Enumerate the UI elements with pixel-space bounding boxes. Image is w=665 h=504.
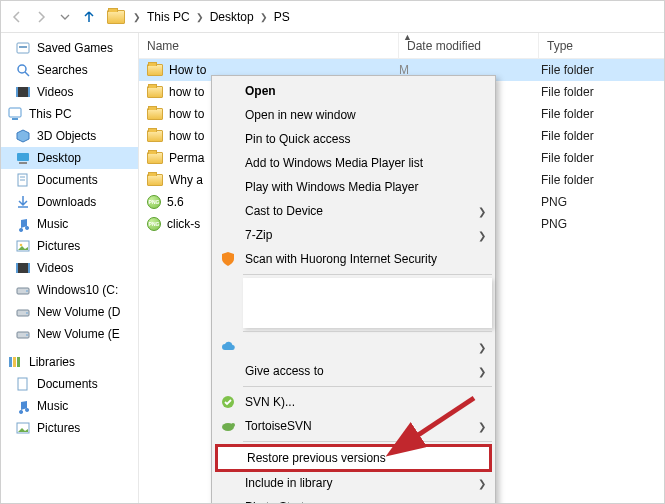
menu-item-add-wmp-list[interactable]: Add to Windows Media Player list [213, 151, 494, 175]
svg-rect-28 [13, 357, 16, 367]
column-header-date[interactable]: Date modified [399, 33, 539, 58]
folder-icon [147, 174, 163, 186]
menu-item-open[interactable]: Open [213, 79, 494, 103]
nav-forward-button[interactable] [29, 5, 53, 29]
menu-item-play-wmp[interactable]: Play with Windows Media Player [213, 175, 494, 199]
svg-rect-1 [19, 46, 27, 48]
file-type: PNG [539, 217, 664, 231]
nav-item-pictures[interactable]: Pictures [1, 235, 138, 257]
menu-item-cloud[interactable]: ❯ [213, 335, 494, 359]
search-icon [15, 62, 31, 78]
svg-rect-20 [28, 263, 30, 273]
nav-label: Pictures [37, 421, 80, 435]
menu-item-tortoise-svn[interactable]: TortoiseSVN❯ [213, 414, 494, 438]
menu-item-huorong-scan[interactable]: Scan with Huorong Internet Security [213, 247, 494, 271]
file-name: 5.6 [167, 195, 184, 209]
nav-item-videos[interactable]: Videos [1, 257, 138, 279]
column-label: Name [147, 39, 179, 53]
file-type: File folder [539, 129, 664, 143]
context-menu: Open Open in new window Pin to Quick acc… [211, 75, 496, 504]
sort-indicator-icon: ▲ [403, 32, 412, 42]
menu-item-cast-to-device[interactable]: Cast to Device❯ [213, 199, 494, 223]
nav-item-this-pc[interactable]: This PC [1, 103, 138, 125]
menu-label: SVN K)... [245, 395, 295, 409]
music-icon [15, 398, 31, 414]
menu-label: Open [245, 84, 276, 98]
submenu-arrow-icon: ❯ [478, 421, 486, 432]
music-icon [15, 216, 31, 232]
breadcrumb-segment[interactable]: PS [272, 8, 292, 26]
column-header-type[interactable]: Type [539, 33, 664, 58]
file-name: how to [169, 129, 204, 143]
nav-label: 3D Objects [37, 129, 96, 143]
nav-up-button[interactable] [77, 5, 101, 29]
breadcrumb-segment[interactable]: Desktop [208, 8, 256, 26]
column-header-name[interactable]: Name [139, 33, 399, 58]
file-name: Why a [169, 173, 203, 187]
this-pc-icon [7, 106, 23, 122]
nav-item-saved-games[interactable]: Saved Games [1, 37, 138, 59]
nav-label: Searches [37, 63, 88, 77]
nav-item-drive-e[interactable]: New Volume (E [1, 323, 138, 345]
chevron-right-icon: ❯ [129, 12, 145, 22]
nav-item-drive-c[interactable]: Windows10 (C: [1, 279, 138, 301]
chevron-right-icon: ❯ [192, 12, 208, 22]
nav-item-videos[interactable]: Videos [1, 81, 138, 103]
nav-label: New Volume (E [37, 327, 120, 341]
nav-item-lib-documents[interactable]: Documents [1, 373, 138, 395]
nav-item-music[interactable]: Music [1, 213, 138, 235]
nav-back-button[interactable] [5, 5, 29, 29]
nav-item-desktop[interactable]: Desktop [1, 147, 138, 169]
folder-icon [107, 10, 125, 24]
menu-separator [243, 331, 492, 332]
nav-item-drive-d[interactable]: New Volume (D [1, 301, 138, 323]
nav-label: This PC [29, 107, 72, 121]
png-icon [147, 195, 161, 209]
submenu-arrow-icon: ❯ [478, 342, 486, 353]
file-name: How to [169, 63, 206, 77]
menu-item-include-in-library[interactable]: Include in library❯ [213, 471, 494, 495]
svg-rect-5 [16, 87, 18, 97]
menu-item-open-new-window[interactable]: Open in new window [213, 103, 494, 127]
breadcrumb-segment[interactable]: This PC [145, 8, 192, 26]
file-name: how to [169, 85, 204, 99]
nav-item-lib-music[interactable]: Music [1, 395, 138, 417]
nav-label: Music [37, 217, 68, 231]
nav-item-searches[interactable]: Searches [1, 59, 138, 81]
nav-item-3d-objects[interactable]: 3D Objects [1, 125, 138, 147]
file-name: how to [169, 107, 204, 121]
menu-label: Pin to Start [245, 500, 304, 504]
nav-item-lib-pictures[interactable]: Pictures [1, 417, 138, 439]
nav-label: Pictures [37, 239, 80, 253]
file-type: File folder [539, 63, 664, 77]
chevron-right-icon: ❯ [256, 12, 272, 22]
svg-point-26 [26, 334, 28, 336]
downloads-icon [15, 194, 31, 210]
nav-label: Libraries [29, 355, 75, 369]
menu-item-svn[interactable]: SVN K)... [213, 390, 494, 414]
menu-label: Scan with Huorong Internet Security [245, 252, 437, 266]
svg-rect-27 [9, 357, 12, 367]
nav-label: Documents [37, 377, 98, 391]
menu-item-restore-previous-versions[interactable]: Restore previous versions [215, 444, 492, 472]
svg-rect-30 [18, 378, 27, 390]
drive-icon [15, 304, 31, 320]
breadcrumb[interactable]: ❯ This PC ❯ Desktop ❯ PS [107, 1, 292, 32]
nav-item-libraries[interactable]: Libraries [1, 351, 138, 373]
svg-rect-7 [9, 108, 21, 117]
saved-games-icon [15, 40, 31, 56]
folder-icon [147, 86, 163, 98]
nav-recent-dropdown[interactable] [53, 5, 77, 29]
menu-item-pin-to-start[interactable]: Pin to Start [213, 495, 494, 504]
nav-item-downloads[interactable]: Downloads [1, 191, 138, 213]
menu-item-pin-quick-access[interactable]: Pin to Quick access [213, 127, 494, 151]
submenu-arrow-icon: ❯ [478, 366, 486, 377]
nav-label: Desktop [37, 151, 81, 165]
svg-rect-8 [12, 118, 18, 120]
menu-item-give-access[interactable]: Give access to❯ [213, 359, 494, 383]
svg-point-34 [231, 423, 235, 427]
menu-item-7zip[interactable]: 7-Zip❯ [213, 223, 494, 247]
nav-item-documents[interactable]: Documents [1, 169, 138, 191]
menu-separator [243, 441, 492, 442]
menu-label: Play with Windows Media Player [245, 180, 418, 194]
